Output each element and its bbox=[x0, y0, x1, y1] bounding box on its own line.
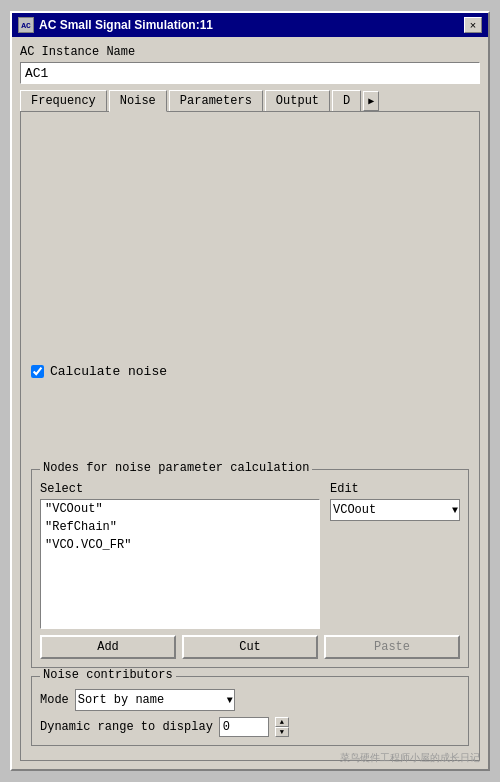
dynamic-range-label: Dynamic range to display bbox=[40, 720, 213, 734]
noise-contributors-box: Noise contributors Mode Sort by name Sor… bbox=[31, 676, 469, 746]
edit-dropdown-wrapper: VCOout RefChain VCO.VCO_FR ▼ bbox=[330, 499, 460, 521]
add-button[interactable]: Add bbox=[40, 635, 176, 659]
watermark: 菜鸟硬件工程师小屋的成长日记 bbox=[340, 751, 480, 765]
instance-name-label: AC Instance Name bbox=[20, 45, 480, 59]
mode-row: Mode Sort by name Sort by value None ▼ bbox=[40, 689, 460, 711]
edit-column: Edit VCOout RefChain VCO.VCO_FR ▼ bbox=[330, 482, 460, 629]
spin-buttons: ▲ ▼ bbox=[275, 717, 289, 737]
tab-frequency[interactable]: Frequency bbox=[20, 90, 107, 111]
edit-dropdown[interactable]: VCOout RefChain VCO.VCO_FR bbox=[330, 499, 460, 521]
tab-parameters[interactable]: Parameters bbox=[169, 90, 263, 111]
nodes-group-box: Nodes for noise parameter calculation Se… bbox=[31, 469, 469, 668]
noise-spacer-middle bbox=[31, 389, 469, 469]
nodes-group-title: Nodes for noise parameter calculation bbox=[40, 461, 312, 475]
title-bar: AC AC Small Signal Simulation:11 × bbox=[12, 13, 488, 37]
close-button[interactable]: × bbox=[464, 17, 482, 33]
calculate-noise-label: Calculate noise bbox=[50, 364, 167, 379]
cut-button[interactable]: Cut bbox=[182, 635, 318, 659]
select-column: Select "VCOout" "RefChain" "VCO.VCO_FR" bbox=[40, 482, 320, 629]
tab-content-noise: Calculate noise Nodes for noise paramete… bbox=[20, 112, 480, 761]
nodes-listbox[interactable]: "VCOout" "RefChain" "VCO.VCO_FR" bbox=[40, 499, 320, 629]
tab-noise[interactable]: Noise bbox=[109, 90, 167, 112]
tab-output[interactable]: Output bbox=[265, 90, 330, 111]
edit-label: Edit bbox=[330, 482, 460, 496]
window-icon: AC bbox=[18, 17, 34, 33]
title-bar-left: AC AC Small Signal Simulation:11 bbox=[18, 17, 213, 33]
instance-name-input[interactable] bbox=[20, 62, 480, 84]
dynamic-range-row: Dynamic range to display ▲ ▼ bbox=[40, 717, 460, 737]
tab-nav-button[interactable]: ▶ bbox=[363, 91, 379, 111]
noise-contributors-title: Noise contributors bbox=[40, 668, 176, 682]
list-item[interactable]: "RefChain" bbox=[41, 518, 319, 536]
calculate-noise-checkbox[interactable] bbox=[31, 365, 44, 378]
dynamic-range-input[interactable] bbox=[219, 717, 269, 737]
tabs-container: Frequency Noise Parameters Output D ▶ bbox=[20, 90, 480, 112]
mode-dropdown[interactable]: Sort by name Sort by value None bbox=[75, 689, 235, 711]
window-body: AC Instance Name Frequency Noise Paramet… bbox=[12, 37, 488, 769]
calculate-noise-row: Calculate noise bbox=[31, 354, 469, 379]
tab-d[interactable]: D bbox=[332, 90, 361, 111]
spin-up-button[interactable]: ▲ bbox=[275, 717, 289, 727]
mode-label: Mode bbox=[40, 693, 69, 707]
paste-button[interactable]: Paste bbox=[324, 635, 460, 659]
list-item[interactable]: "VCO.VCO_FR" bbox=[41, 536, 319, 554]
select-label: Select bbox=[40, 482, 320, 496]
main-window: AC AC Small Signal Simulation:11 × AC In… bbox=[10, 11, 490, 771]
spin-down-button[interactable]: ▼ bbox=[275, 727, 289, 737]
nodes-buttons-row: Add Cut Paste bbox=[40, 635, 460, 659]
noise-spacer-top bbox=[31, 122, 469, 182]
list-item[interactable]: "VCOout" bbox=[41, 500, 319, 518]
nodes-layout: Select "VCOout" "RefChain" "VCO.VCO_FR" … bbox=[40, 482, 460, 629]
window-title: AC Small Signal Simulation:11 bbox=[39, 18, 213, 32]
mode-dropdown-wrapper: Sort by name Sort by value None ▼ bbox=[75, 689, 235, 711]
